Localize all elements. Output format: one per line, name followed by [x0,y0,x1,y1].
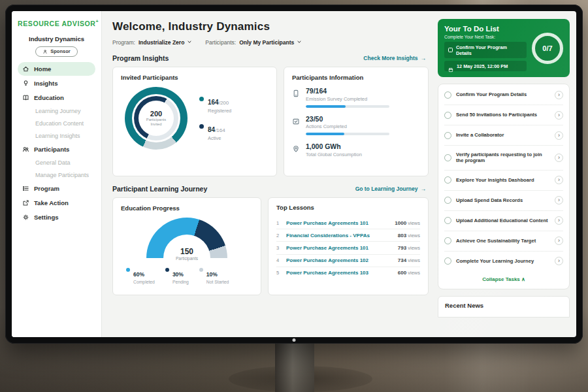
checkbox-icon[interactable] [448,48,453,52]
filters-bar: Program: Industrialize Zero Participants… [112,39,429,46]
task-checkbox[interactable] [444,132,451,139]
task-row[interactable]: Complete Your Learning Journey › [444,252,563,271]
legend-completed: 60% Completed [126,267,155,284]
lesson-link[interactable]: Power Purchase Agreements 101 [286,245,393,251]
task-checkbox[interactable] [444,217,451,224]
top-lessons-card: Top Lessons 1 Power Purchase Agreements … [268,197,429,295]
card-title: Top Lessons [276,204,420,211]
sidebar-item-take-action[interactable]: Take Action [18,196,95,210]
participants-filter-dropdown[interactable]: Only My Participants [239,39,302,46]
sponsor-badge[interactable]: Sponsor [35,46,77,57]
sidebar-item-education-content[interactable]: Education Content [18,118,95,129]
list-icon [22,185,29,192]
legend-pending: 30% Pending [165,267,189,284]
legend-registered: 164/200 Registered [199,95,231,114]
chevron-right-icon[interactable]: › [555,154,563,162]
sidebar-item-learning-journey[interactable]: Learning Journey [18,105,95,117]
sidebar-item-home[interactable]: Home [18,62,95,76]
invited-legend: 164/200 Registered 84/164 Active [199,95,231,141]
sidebar-item-general-data[interactable]: General Data [18,157,95,169]
book-icon [22,94,29,101]
task-row[interactable]: Confirm Your Program Details › [444,85,563,105]
dashboard-screen: RESOURCE ADVISOR+ Industry Dynamics Spon… [12,11,576,337]
task-checkbox[interactable] [444,257,451,265]
chevron-right-icon[interactable]: › [555,216,563,225]
arrow-right-icon: → [421,186,427,192]
sidebar-item-education[interactable]: Education [18,91,95,105]
lesson-link[interactable]: Financial Considerations - VPPAs [286,233,393,238]
donut-center: 200 Participants Invited [139,101,174,136]
participants-filter: Participants: Only My Participants [205,39,302,46]
lesson-link[interactable]: Power Purchase Agreements 102 [286,257,393,263]
collapse-tasks-link[interactable]: Collapse Tasks ∧ [444,271,563,288]
todo-next-task[interactable]: Confirm Your Program Details [444,42,527,58]
sidebar-item-settings[interactable]: Settings [18,210,95,224]
card-title: Participants Information [292,74,420,81]
section-title: Participant Learning Journey [112,185,207,193]
check-more-insights-link[interactable]: Check More Insights → [363,55,426,61]
brand-logo: RESOURCE ADVISOR+ [18,19,95,27]
task-row[interactable]: Upload Spend Data Records › [444,191,563,211]
progress-fill [306,133,344,135]
program-filter-dropdown[interactable]: Industrialize Zero [139,39,192,46]
lesson-link[interactable]: Power Purchase Agreements 101 [286,220,390,226]
lesson-row: 2 Financial Considerations - VPPAs 803 v… [276,229,420,242]
monitor-logo-dot [293,338,296,342]
chevron-right-icon[interactable]: › [555,91,563,99]
task-row[interactable]: Send 50 Invitations to Participants › [444,105,563,125]
todo-title: Your To Do List [444,25,563,33]
stat-global-consumption: 1,000 GWh Total Global Consumption [292,142,420,157]
program-filter-label: Program: [112,39,135,46]
task-checkbox[interactable] [444,197,451,204]
sidebar-item-insights[interactable]: Insights [18,76,95,90]
lesson-link[interactable]: Power Purchase Agreements 103 [286,270,393,276]
legend-dot [199,97,204,101]
invited-participants-card: Invited Participants 200 Participants In… [112,67,277,176]
chevron-right-icon[interactable]: › [555,257,563,265]
legend-active: 84/164 Active [199,123,231,141]
section-title: Program Insights [112,54,169,62]
lesson-row: 3 Power Purchase Agreements 101 793 view… [276,242,420,254]
legend-not-started: 10% Not Started [199,267,229,284]
task-row[interactable]: Achieve One Sustainability Target › [444,231,563,252]
org-name: Industry Dynamics [18,35,95,42]
card-title: Education Progress [121,204,253,212]
task-row[interactable]: Explore Your Insights Dashboard › [444,171,563,191]
task-row[interactable]: Upload Additional Educational Content › [444,211,563,231]
lesson-row: 5 Power Purchase Agreements 103 600 view… [276,267,420,279]
task-row[interactable]: Invite a Collaborator › [444,125,563,146]
todo-due-date: 12 May 2025, 12:00 PM [444,61,527,71]
lesson-row: 4 Power Purchase Agreements 102 734 view… [276,255,420,267]
task-checkbox[interactable] [444,112,451,119]
participants-filter-label: Participants: [205,39,236,46]
person-icon [42,49,48,54]
chevron-right-icon[interactable]: › [555,131,563,140]
sidebar-item-manage-participants[interactable]: Manage Participants [18,169,95,181]
task-checkbox[interactable] [444,176,451,184]
chevron-right-icon[interactable]: › [555,176,563,184]
task-checkbox[interactable] [444,237,451,244]
task-list: Confirm Your Program Details › Send 50 I… [438,84,570,289]
sidebar-item-learning-insights[interactable]: Learning Insights [18,130,95,142]
chevron-right-icon[interactable]: › [555,111,563,120]
progress-fill [306,105,346,108]
invited-donut-ring-inner: 200 Participants Invited [134,96,178,140]
gear-icon [22,214,29,221]
chevron-right-icon[interactable]: › [555,196,563,204]
card-title: Invited Participants [121,74,269,81]
go-to-learning-journey-link[interactable]: Go to Learning Journey → [355,186,426,192]
page-title: Welcome, Industry Dynamics [112,20,429,33]
legend-dot [199,124,204,129]
task-checkbox[interactable] [444,91,451,99]
home-icon [22,65,29,73]
sidebar-item-program[interactable]: Program [18,182,95,195]
task-checkbox[interactable] [444,154,451,161]
task-row[interactable]: Verify participants requesting to join t… [444,146,563,171]
chevron-right-icon[interactable]: › [555,237,563,245]
calendar-icon [448,63,453,69]
arrow-right-icon: → [421,55,427,61]
chevron-up-icon: ∧ [521,276,525,282]
invited-donut-ring-outer: 200 Participants Invited [125,87,188,150]
sidebar-item-participants[interactable]: Participants [18,142,95,156]
photo-background: RESOURCE ADVISOR+ Industry Dynamics Spon… [0,0,588,392]
